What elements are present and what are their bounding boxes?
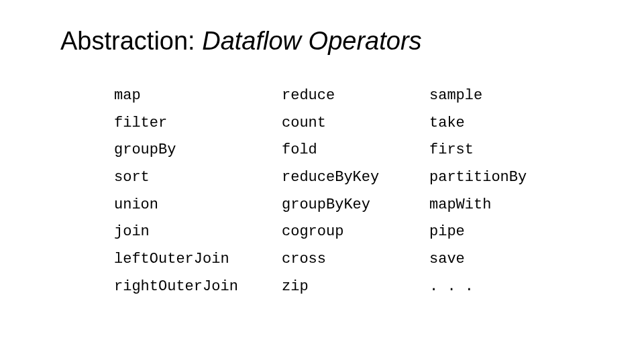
operator: pipe bbox=[429, 219, 577, 246]
operator: sort bbox=[114, 164, 282, 192]
title-italic: Dataflow Operators bbox=[202, 27, 421, 55]
operator: rightOuterJoin bbox=[114, 274, 282, 301]
operator: groupByKey bbox=[282, 192, 429, 219]
operator: partitionBy bbox=[429, 164, 577, 192]
operator: groupBy bbox=[114, 137, 282, 164]
operator: zip bbox=[282, 274, 429, 301]
operator: join bbox=[114, 219, 282, 246]
operators-column-1: map filter groupBy sort union join leftO… bbox=[114, 82, 282, 301]
operator: save bbox=[429, 246, 577, 274]
operator: mapWith bbox=[429, 192, 577, 219]
operator: map bbox=[114, 82, 282, 110]
operator: cogroup bbox=[282, 219, 429, 246]
operators-grid: map filter groupBy sort union join leftO… bbox=[60, 82, 584, 301]
operator: fold bbox=[282, 137, 429, 164]
operators-column-3: sample take first partitionBy mapWith pi… bbox=[429, 82, 577, 301]
slide-title: Abstraction: Dataflow Operators bbox=[60, 27, 584, 56]
operator: reduce bbox=[282, 82, 429, 110]
operator: cross bbox=[282, 246, 429, 274]
operator: first bbox=[429, 137, 577, 164]
operator: union bbox=[114, 192, 282, 219]
title-normal: Abstraction: bbox=[60, 27, 202, 55]
operator: leftOuterJoin bbox=[114, 246, 282, 274]
operator: count bbox=[282, 110, 429, 137]
operators-column-2: reduce count fold reduceByKey groupByKey… bbox=[282, 82, 429, 301]
operator-ellipsis: . . . bbox=[429, 274, 577, 301]
operator: filter bbox=[114, 110, 282, 137]
operator: reduceByKey bbox=[282, 164, 429, 192]
operator: sample bbox=[429, 82, 577, 110]
operator: take bbox=[429, 110, 577, 137]
